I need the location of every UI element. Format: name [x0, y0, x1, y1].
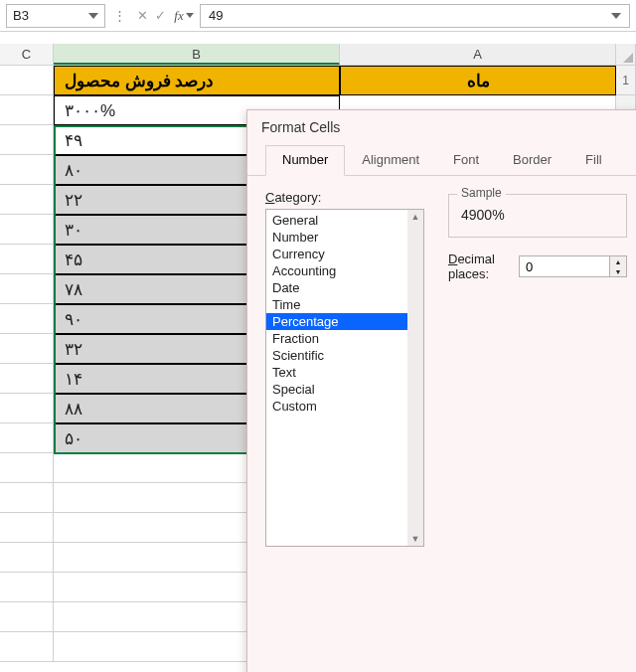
- cell-c3[interactable]: [0, 125, 54, 155]
- decimal-places-row: Decimal places: ▲ ▼: [448, 252, 627, 281]
- cell-c17[interactable]: [0, 543, 54, 573]
- category-fraction[interactable]: Fraction: [266, 330, 423, 347]
- options-column: Sample 4900% Decimal places: ▲ ▼: [448, 190, 627, 281]
- cancel-icon[interactable]: ✕: [134, 8, 150, 23]
- decimal-places-label: Decimal places:: [448, 252, 509, 281]
- select-all-corner[interactable]: [616, 44, 636, 65]
- decimal-places-input[interactable]: [520, 256, 609, 276]
- confirm-icon[interactable]: ✓: [152, 8, 168, 23]
- dialog-tabs: Number Alignment Font Border Fill: [247, 144, 636, 176]
- category-column: Category: General Number Currency Accoun…: [265, 190, 424, 547]
- tab-border[interactable]: Border: [496, 145, 568, 176]
- cell-c15[interactable]: [0, 483, 54, 513]
- col-header-a[interactable]: A: [340, 44, 616, 65]
- category-accounting[interactable]: Accounting: [266, 262, 423, 279]
- category-scientific[interactable]: Scientific: [266, 347, 423, 364]
- tab-font[interactable]: Font: [436, 145, 496, 176]
- cell-c7[interactable]: [0, 245, 54, 274]
- category-text[interactable]: Text: [266, 364, 423, 381]
- formula-bar[interactable]: 49: [200, 4, 630, 28]
- cell-c12[interactable]: [0, 394, 54, 423]
- dialog-body: Category: General Number Currency Accoun…: [247, 176, 636, 561]
- category-listbox[interactable]: General Number Currency Accounting Date …: [265, 209, 424, 547]
- name-formula-bar: B3 ⋮ ✕ ✓ fx 49: [0, 0, 636, 32]
- cell-c16[interactable]: [0, 513, 54, 543]
- sample-value: 4900%: [459, 203, 616, 227]
- cell-c1[interactable]: [0, 66, 54, 95]
- cell-c4[interactable]: [0, 155, 54, 185]
- spreadsheet-app: B3 ⋮ ✕ ✓ fx 49 C B A: [0, 0, 636, 672]
- scroll-up-icon[interactable]: ▲: [411, 210, 420, 224]
- category-custom[interactable]: Custom: [266, 398, 423, 415]
- spinner-up-icon[interactable]: ▲: [610, 256, 626, 266]
- sample-label: Sample: [457, 186, 506, 200]
- insert-function-button[interactable]: fx: [174, 8, 194, 24]
- category-label: Category:: [265, 190, 424, 205]
- col-header-c[interactable]: C: [0, 44, 54, 65]
- format-cells-dialog: Format Cells Number Alignment Font Borde…: [246, 109, 636, 672]
- cell-c19[interactable]: [0, 602, 54, 632]
- name-box-dropdown-icon[interactable]: [88, 13, 98, 19]
- cell-c10[interactable]: [0, 334, 54, 364]
- tab-fill[interactable]: Fill: [568, 145, 619, 176]
- dialog-title: Format Cells: [247, 110, 636, 144]
- cell-c5[interactable]: [0, 185, 54, 215]
- cell-c6[interactable]: [0, 215, 54, 245]
- name-box-value: B3: [13, 8, 29, 23]
- category-items: General Number Currency Accounting Date …: [266, 210, 423, 417]
- decimal-places-spinner[interactable]: ▲ ▼: [519, 255, 627, 277]
- cell-c2[interactable]: [0, 95, 54, 125]
- category-time[interactable]: Time: [266, 296, 423, 313]
- cell-c11[interactable]: [0, 364, 54, 394]
- cell-b1[interactable]: درصد فروش محصول: [54, 66, 340, 95]
- col-header-b[interactable]: B: [54, 44, 340, 65]
- tab-alignment[interactable]: Alignment: [345, 145, 436, 176]
- formula-expand-icon[interactable]: [611, 13, 621, 19]
- listbox-scrollbar[interactable]: ▲ ▼: [407, 210, 423, 546]
- category-number[interactable]: Number: [266, 229, 423, 246]
- category-special[interactable]: Special: [266, 381, 423, 398]
- cell-c8[interactable]: [0, 274, 54, 304]
- scroll-down-icon[interactable]: ▼: [411, 532, 420, 546]
- fx-icon: fx: [174, 8, 183, 24]
- column-headers: C B A: [0, 44, 636, 66]
- cell-c14[interactable]: [0, 453, 54, 483]
- cell-c20[interactable]: [0, 632, 54, 662]
- name-box[interactable]: B3: [6, 4, 105, 28]
- category-date[interactable]: Date: [266, 279, 423, 296]
- category-percentage[interactable]: Percentage: [266, 313, 423, 330]
- cell-a1[interactable]: ماه: [340, 66, 616, 95]
- row-header-1[interactable]: 1: [616, 66, 636, 95]
- category-currency[interactable]: Currency: [266, 246, 423, 262]
- row-1: درصد فروش محصول ماه 1: [0, 66, 636, 95]
- cell-c18[interactable]: [0, 573, 54, 602]
- tab-number[interactable]: Number: [265, 145, 345, 176]
- formula-edit-buttons: ✕ ✓: [134, 8, 168, 23]
- separator: ⋮: [111, 8, 128, 23]
- cell-c13[interactable]: [0, 423, 54, 453]
- cell-c9[interactable]: [0, 304, 54, 334]
- category-general[interactable]: General: [266, 212, 423, 229]
- formula-value: 49: [209, 8, 223, 23]
- sample-group: Sample 4900%: [448, 194, 627, 238]
- spinner-buttons: ▲ ▼: [609, 256, 626, 276]
- spinner-down-icon[interactable]: ▼: [610, 266, 626, 276]
